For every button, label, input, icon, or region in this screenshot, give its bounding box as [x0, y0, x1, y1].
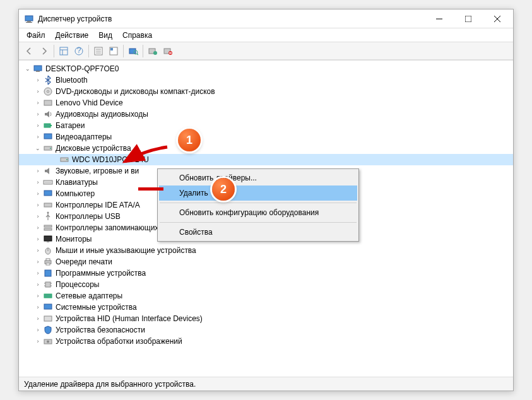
tree-label: Процессоры — [56, 280, 100, 289]
tree-item-bluetooth[interactable]: ›Bluetooth — [19, 74, 513, 86]
chevron-right-icon[interactable]: › — [34, 99, 42, 107]
chevron-right-icon[interactable]: › — [34, 190, 42, 197]
status-text: Удаление драйвера для выбранного устройс… — [24, 380, 196, 389]
chevron-right-icon[interactable]: › — [34, 201, 42, 209]
svg-rect-7 — [60, 47, 68, 55]
chevron-right-icon[interactable]: › — [34, 292, 42, 300]
chevron-right-icon[interactable]: › — [34, 338, 42, 345]
chevron-right-icon[interactable]: › — [34, 122, 42, 129]
menu-file[interactable]: Файл — [21, 30, 50, 41]
chevron-right-icon[interactable]: › — [34, 88, 42, 95]
show-hide-button[interactable] — [56, 44, 71, 59]
update-button[interactable] — [106, 44, 121, 59]
tree-label: Контроллеры USB — [56, 212, 121, 221]
tree-label: Видеоадаптеры — [56, 132, 112, 141]
context-delete[interactable]: Удалить — [159, 185, 357, 201]
chevron-right-icon[interactable]: › — [34, 235, 42, 243]
tree-item-imaging[interactable]: ›Устройства обработки изображений — [19, 336, 513, 347]
svg-point-41 — [48, 182, 49, 183]
svg-rect-64 — [44, 316, 52, 321]
titlebar: Диспетчер устройств — [19, 9, 513, 28]
tree-item-software[interactable]: ›Программные устройства — [19, 268, 513, 279]
svg-point-46 — [47, 212, 49, 214]
tree-item-security[interactable]: ›Устройства безопасности — [19, 324, 513, 336]
tree-item-network[interactable]: ›Сетевые адаптеры — [19, 290, 513, 302]
toolbar-separator — [88, 45, 89, 57]
maximize-button[interactable] — [454, 10, 483, 28]
chevron-right-icon[interactable]: › — [34, 269, 42, 277]
tree-label: Программные устройства — [56, 269, 146, 278]
chevron-down-icon[interactable]: ⌄ — [34, 144, 42, 152]
context-properties[interactable]: Свойства — [159, 225, 357, 240]
chevron-right-icon[interactable]: › — [34, 281, 42, 288]
menu-help[interactable]: Справка — [117, 30, 157, 41]
tree-label: Lenovo Vhid Device — [56, 98, 123, 107]
chevron-right-icon[interactable]: › — [34, 258, 42, 266]
svg-point-66 — [47, 341, 49, 343]
toolbar-separator — [123, 45, 124, 57]
back-button[interactable] — [21, 44, 37, 59]
chevron-right-icon[interactable]: › — [34, 303, 42, 311]
svg-rect-30 — [44, 100, 52, 105]
tree-item-dvd[interactable]: ›DVD-дисководы и дисководы компакт-диско… — [19, 86, 513, 97]
annotation-badge-1: 1 — [178, 129, 201, 151]
badge-number: 1 — [178, 129, 201, 151]
properties-button[interactable] — [91, 44, 106, 59]
svg-point-22 — [153, 51, 157, 55]
chevron-right-icon[interactable]: › — [34, 326, 42, 334]
svg-point-29 — [47, 91, 49, 93]
chevron-down-icon[interactable]: ⌄ — [24, 65, 32, 73]
cpu-icon — [43, 279, 53, 290]
svg-point-42 — [49, 182, 50, 183]
tree-label: Батареи — [56, 121, 85, 130]
tree-item-lenovo[interactable]: ›Lenovo Vhid Device — [19, 97, 513, 109]
context-scan[interactable]: Обновить конфигурацию оборудования — [159, 205, 357, 220]
enable-button[interactable] — [145, 44, 160, 59]
drive-icon — [43, 143, 53, 153]
tree-item-hid[interactable]: ›Устройства HID (Human Interface Devices… — [19, 313, 513, 324]
close-button[interactable] — [483, 10, 512, 28]
toolbar-separator — [54, 45, 54, 57]
forward-button[interactable] — [37, 44, 52, 59]
menu-view[interactable]: Вид — [93, 30, 117, 41]
context-update-drivers[interactable]: Обновить драйверы... — [159, 170, 357, 185]
tree-item-mouse[interactable]: ›Мыши и иные указывающие устройства — [19, 245, 513, 256]
tree-item-video[interactable]: ›Видеоадаптеры — [19, 131, 513, 143]
minimize-button[interactable] — [425, 10, 454, 28]
help-button[interactable]: ? — [71, 44, 86, 59]
svg-rect-63 — [44, 304, 52, 309]
tree-item-print[interactable]: ›Очереди печати — [19, 256, 513, 268]
tree-item-system[interactable]: ›Системные устройства — [19, 302, 513, 313]
tree-item-disk[interactable]: ⌄Дисковые устройства — [19, 143, 513, 154]
chevron-right-icon[interactable]: › — [34, 167, 42, 175]
chevron-right-icon[interactable]: › — [34, 224, 42, 232]
bluetooth-icon — [43, 75, 53, 85]
svg-rect-32 — [50, 125, 52, 126]
tree-label: Сетевые адаптеры — [56, 291, 122, 300]
chevron-right-icon[interactable]: › — [34, 315, 42, 322]
tree-item-battery[interactable]: ›Батареи — [19, 120, 513, 131]
display-icon — [43, 132, 53, 142]
chevron-right-icon[interactable]: › — [34, 110, 42, 118]
tree-label: Системные устройства — [56, 303, 137, 312]
chevron-right-icon[interactable]: › — [34, 76, 42, 84]
chevron-right-icon[interactable]: › — [34, 247, 42, 254]
menu-action[interactable]: Действие — [50, 30, 94, 41]
annotation-arrow-2 — [138, 186, 163, 192]
tree-item-disk-wdc[interactable]: WDC WD10JPCX-24U — [19, 154, 513, 165]
tree-root[interactable]: ⌄ DESKTOP-QPF7OE0 — [19, 63, 513, 74]
chevron-right-icon[interactable]: › — [34, 213, 42, 220]
svg-point-37 — [66, 159, 68, 160]
scan-button[interactable] — [126, 44, 141, 59]
tree-item-audio[interactable]: ›Аудиовходы аудиовыходы — [19, 109, 513, 120]
svg-rect-27 — [36, 71, 40, 72]
svg-point-35 — [50, 148, 51, 149]
device-icon — [43, 98, 53, 108]
uninstall-button[interactable] — [160, 44, 175, 59]
context-separator — [160, 203, 357, 203]
tree-label: Компьютер — [56, 189, 95, 198]
chevron-right-icon[interactable]: › — [34, 133, 42, 141]
tree-item-cpu[interactable]: ›Процессоры — [19, 279, 513, 290]
svg-point-40 — [47, 182, 47, 183]
chevron-right-icon[interactable]: › — [34, 179, 42, 186]
